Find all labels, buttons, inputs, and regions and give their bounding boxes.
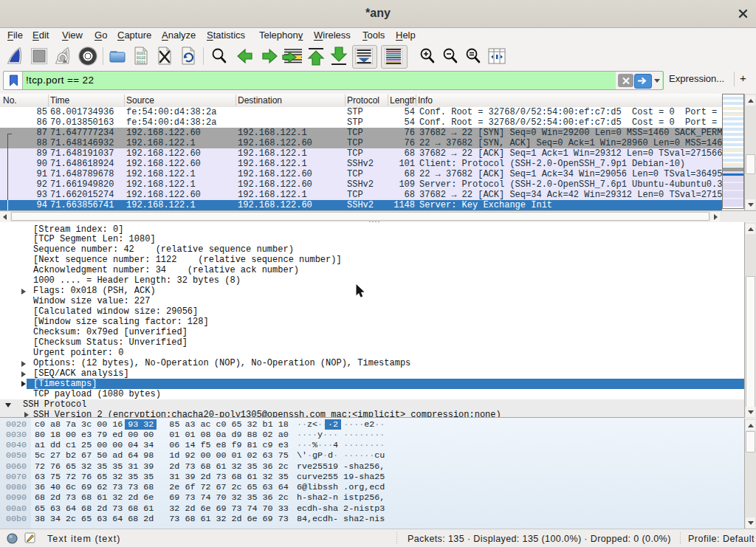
svg-text:0111: 0111 bbox=[137, 61, 145, 65]
